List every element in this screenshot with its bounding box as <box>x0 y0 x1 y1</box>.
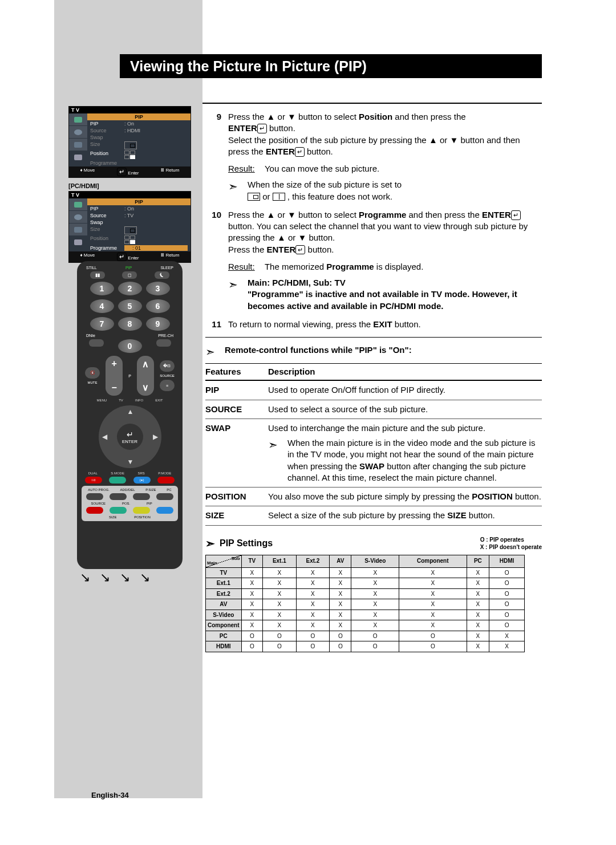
red-button[interactable] <box>86 507 103 514</box>
osd-tab-sound <box>69 126 87 139</box>
enter-icon: ↵ <box>257 124 267 133</box>
volume-rocker[interactable]: +− <box>106 356 123 396</box>
prech-button[interactable] <box>156 339 171 347</box>
autoprog-button[interactable] <box>86 493 103 500</box>
content-column: 9 Press the ▲ or ▼ button to select Posi… <box>205 111 542 652</box>
note-icon: ➣ <box>268 437 287 484</box>
enter-icon: ↵ <box>295 147 305 157</box>
step-11: 11 To return to normal viewing, press th… <box>205 319 542 330</box>
osd-tv-label: T V <box>71 107 79 113</box>
btn-0[interactable]: 0 <box>118 339 142 353</box>
osd-foot-move: ♦ Move <box>80 168 95 176</box>
btn-6[interactable]: 6 <box>146 299 170 313</box>
program-rocker[interactable]: ∧∨ <box>137 356 154 396</box>
size-icon-split <box>273 193 285 201</box>
pmode-button[interactable] <box>157 477 175 484</box>
srs-button[interactable]: (●) <box>133 477 151 484</box>
adddel-button[interactable] <box>110 493 127 500</box>
yellow-button[interactable] <box>133 507 150 514</box>
page-number: English-34 <box>91 791 129 799</box>
osd-foot-return: Ⅲ Return <box>161 168 179 176</box>
osd-title: PIP <box>87 113 191 120</box>
callout-arrow-icon: ↘ <box>120 570 130 585</box>
pc-button[interactable] <box>156 493 173 500</box>
legend-o: O : PIP operates <box>480 536 542 543</box>
page: Viewing the Picture In Picture (PIP) T V… <box>0 0 616 845</box>
callout-arrow-icon: ↘ <box>100 570 110 585</box>
size-icon-large <box>248 193 260 201</box>
btn-2[interactable]: 2 <box>118 282 142 295</box>
btn-3[interactable]: 3 <box>146 282 170 295</box>
note-icon: ➣ <box>205 344 225 360</box>
border-top <box>202 103 542 104</box>
still-button[interactable]: ▮▮ <box>90 271 105 279</box>
green-button[interactable] <box>110 507 127 514</box>
pip-button[interactable]: ◻ <box>122 271 137 279</box>
dpad[interactable]: ▲ ▼ ◀ ▶ ↵ENTER <box>99 405 161 468</box>
dnie-button[interactable] <box>89 339 104 347</box>
osd-foot-enter: ↵ Enter <box>117 168 139 176</box>
osd-tab-channel <box>69 139 87 151</box>
page-title: Viewing the Picture In Picture (PIP) <box>120 54 542 78</box>
enter-icon: ↵ <box>511 210 521 220</box>
note-icon: ➣ <box>228 277 248 312</box>
dual-button[interactable]: I·II <box>85 477 102 484</box>
pip-settings-matrix: SubMain TVExt.1Ext.2AVS-VideoComponentPC… <box>205 555 525 652</box>
pip-settings-heading: ➣ PIP Settings O : PIP operates X : PIP … <box>205 536 542 551</box>
callout-arrow-icon: ↘ <box>80 570 90 585</box>
smode-button[interactable] <box>109 477 126 484</box>
enter-button[interactable]: ↵ENTER <box>117 424 143 450</box>
legend-x: X : PIP doesn't operate <box>480 543 542 551</box>
osd-tab-picture <box>69 113 87 126</box>
remote-control: STILL PIP SLEEP ▮▮ ◻ ⏾ 123 456 789 DNIeP… <box>77 261 183 569</box>
mute-button[interactable]: 🔇 <box>85 367 100 379</box>
enter-icon: ↵ <box>295 245 305 255</box>
osd-tab-setup <box>69 151 87 164</box>
step-10: 10 Press the ▲ or ▼ button to select Pro… <box>205 209 542 312</box>
osd-label-pchdmi: [PC/HDMI] <box>68 182 99 189</box>
osd-menu-2: T V PIP PIP: On Source: TV Swap Size Pos… <box>68 191 191 263</box>
callout-arrow-icon: ↘ <box>140 570 150 585</box>
rc-note-heading: Remote-control functions while "PIP" is … <box>225 344 542 360</box>
note-icon: ➣ <box>228 179 248 202</box>
txt-button[interactable]: ≡ <box>160 380 175 391</box>
btn-9[interactable]: 9 <box>146 317 170 331</box>
btn-7[interactable]: 7 <box>90 317 114 331</box>
source-button[interactable]: �⊟ <box>160 360 175 372</box>
sleep-button[interactable]: ⏾ <box>155 271 169 279</box>
btn-5[interactable]: 5 <box>118 299 142 313</box>
features-table: FeaturesDescription PIPUsed to operate O… <box>205 363 542 526</box>
btn-8[interactable]: 8 <box>118 317 142 331</box>
step-9: 9 Press the ▲ or ▼ button to select Posi… <box>205 111 542 202</box>
btn-4[interactable]: 4 <box>90 299 114 313</box>
osd-menu-1: T V PIP PIP: On Source: HDMI Swap Size P… <box>68 106 191 178</box>
btn-1[interactable]: 1 <box>90 282 114 295</box>
psize-button[interactable] <box>133 493 150 500</box>
blue-button[interactable] <box>156 507 173 514</box>
note-icon: ➣ <box>205 536 215 551</box>
